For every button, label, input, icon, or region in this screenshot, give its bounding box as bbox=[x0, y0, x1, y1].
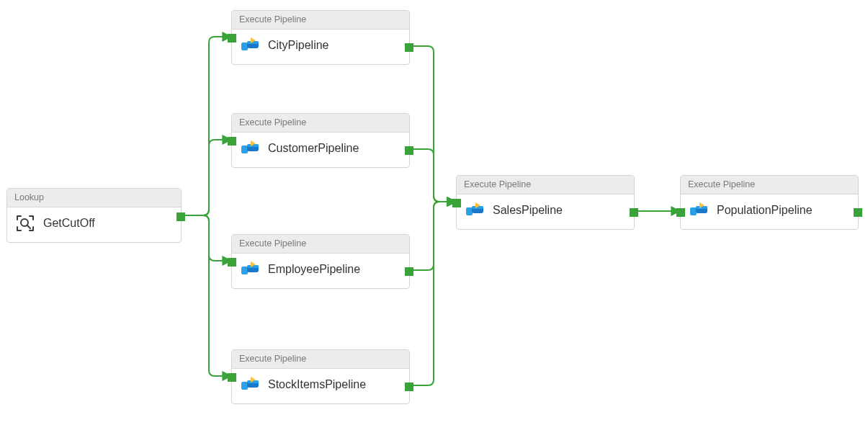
svg-rect-8 bbox=[241, 267, 248, 274]
node-employee[interactable]: Execute Pipeline EmployeePipeline bbox=[231, 234, 410, 289]
pipeline-icon bbox=[241, 376, 259, 393]
svg-rect-14 bbox=[466, 207, 473, 215]
input-port[interactable] bbox=[676, 208, 685, 217]
node-name: EmployeePipeline bbox=[268, 263, 360, 276]
svg-line-1 bbox=[27, 225, 31, 229]
node-name: GetCutOff bbox=[43, 217, 95, 230]
output-port[interactable] bbox=[854, 208, 862, 217]
node-type-label: Execute Pipeline bbox=[232, 114, 409, 133]
output-port[interactable] bbox=[405, 146, 413, 155]
node-name: PopulationPipeline bbox=[717, 204, 813, 217]
node-name: SalesPipeline bbox=[493, 204, 563, 217]
node-population[interactable]: Execute Pipeline PopulationPipeline bbox=[680, 175, 859, 230]
node-name: CityPipeline bbox=[268, 39, 328, 52]
node-type-label: Execute Pipeline bbox=[232, 235, 409, 254]
input-port[interactable] bbox=[228, 34, 236, 42]
node-name: CustomerPipeline bbox=[268, 142, 359, 155]
node-sales[interactable]: Execute Pipeline SalesPipeline bbox=[456, 175, 635, 230]
output-port[interactable] bbox=[405, 43, 413, 52]
input-port[interactable] bbox=[228, 258, 236, 267]
pipeline-icon bbox=[689, 202, 708, 219]
node-type-label: Lookup bbox=[7, 189, 181, 207]
node-city[interactable]: Execute Pipeline CityPipeline bbox=[231, 10, 410, 65]
node-type-label: Execute Pipeline bbox=[457, 176, 634, 194]
node-name: StockItemsPipeline bbox=[268, 378, 366, 391]
pipeline-icon bbox=[241, 261, 259, 278]
svg-rect-11 bbox=[241, 382, 248, 390]
output-port[interactable] bbox=[405, 267, 413, 276]
svg-rect-17 bbox=[690, 207, 697, 215]
node-type-label: Execute Pipeline bbox=[232, 350, 409, 369]
svg-rect-5 bbox=[241, 146, 248, 153]
pipeline-icon bbox=[241, 140, 259, 157]
node-customer[interactable]: Execute Pipeline CustomerPipeline bbox=[231, 113, 410, 168]
pipeline-canvas[interactable]: Lookup GetCutOff Execute Pipeline bbox=[0, 0, 868, 425]
node-stockitems[interactable]: Execute Pipeline StockItemsPipeline bbox=[231, 349, 410, 404]
pipeline-icon bbox=[465, 202, 484, 219]
node-type-label: Execute Pipeline bbox=[232, 11, 409, 30]
node-type-label: Execute Pipeline bbox=[681, 176, 858, 194]
output-port[interactable] bbox=[405, 382, 413, 391]
input-port[interactable] bbox=[228, 373, 236, 382]
node-getcutoff[interactable]: Lookup GetCutOff bbox=[6, 188, 182, 243]
output-port[interactable] bbox=[176, 212, 185, 221]
svg-rect-2 bbox=[241, 42, 248, 50]
pipeline-icon bbox=[241, 37, 259, 54]
output-port[interactable] bbox=[630, 208, 638, 217]
input-port[interactable] bbox=[228, 137, 236, 146]
lookup-icon bbox=[16, 215, 35, 232]
input-port[interactable] bbox=[452, 199, 461, 207]
